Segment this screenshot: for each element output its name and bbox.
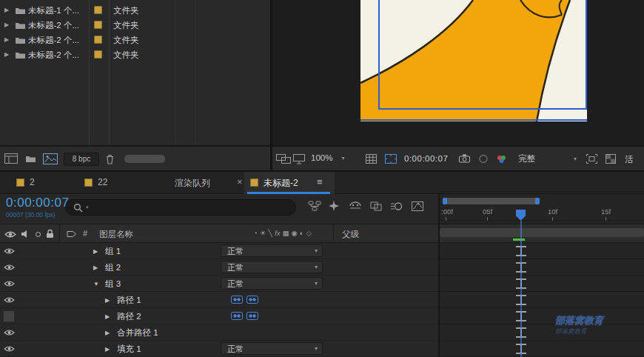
- region-of-interest-icon[interactable]: [586, 154, 597, 166]
- twirl-arrow-icon[interactable]: ▶: [105, 313, 110, 320]
- twirl-arrow-icon[interactable]: ▼: [93, 281, 99, 287]
- tab-close-icon[interactable]: ×: [237, 176, 243, 187]
- timeline-track-row[interactable]: [440, 341, 644, 357]
- motion-blur-column-icon[interactable]: ◉: [291, 229, 297, 237]
- tab-active-comp[interactable]: 未标题-2: [264, 177, 298, 190]
- label-column-icon[interactable]: [67, 230, 77, 241]
- row-name[interactable]: 路径 1: [117, 295, 141, 306]
- viewer-timecode[interactable]: 0:00:00:07: [404, 154, 448, 163]
- timeline-row[interactable]: ▶ 组 2 正常▾: [0, 259, 438, 276]
- row-name[interactable]: 合并路径 1: [117, 327, 158, 338]
- mini-flowchart-icon[interactable]: [308, 201, 321, 213]
- draft-3d-icon[interactable]: [329, 201, 339, 213]
- always-preview-icon[interactable]: [276, 154, 291, 167]
- audio-column-icon[interactable]: [21, 230, 30, 241]
- frame-blend-icon[interactable]: [370, 201, 382, 213]
- layer-name-column-header[interactable]: 图层名称: [99, 229, 133, 240]
- label-color-swatch[interactable]: [94, 6, 102, 14]
- camera-view-dropdown[interactable]: 活: [625, 154, 634, 165]
- tab-comp-2[interactable]: 2: [30, 177, 35, 187]
- zoom-dropdown[interactable]: 100% ▾: [311, 153, 344, 162]
- number-column-header[interactable]: #: [83, 229, 87, 238]
- blend-mode-dropdown[interactable]: 正常▾: [221, 277, 323, 290]
- blend-mode-dropdown[interactable]: 正常▾: [221, 244, 323, 257]
- work-area-end-handle[interactable]: [535, 198, 540, 204]
- expand-arrow-icon[interactable]: ▶: [4, 7, 9, 13]
- row-name[interactable]: 组 3: [105, 278, 121, 290]
- timeline-row[interactable]: ▶ 路径 1: [0, 292, 438, 308]
- panel-divider[interactable]: [270, 0, 272, 172]
- layer-selection-bounds[interactable]: [378, 0, 587, 110]
- timeline-row[interactable]: ▶ 路径 2: [0, 308, 438, 324]
- expand-arrow-icon[interactable]: ▶: [4, 36, 9, 43]
- path-direction-icon[interactable]: [246, 296, 258, 306]
- path-direction-icon[interactable]: [231, 296, 243, 306]
- timeline-track-row[interactable]: [440, 292, 644, 308]
- show-snapshot-icon[interactable]: [478, 154, 489, 166]
- visibility-toggle-icon[interactable]: [3, 278, 15, 290]
- time-navigator[interactable]: [440, 224, 644, 243]
- work-area-start-handle[interactable]: [443, 198, 447, 204]
- twirl-arrow-icon[interactable]: ▶: [93, 248, 98, 255]
- expand-arrow-icon[interactable]: ▶: [4, 51, 9, 58]
- time-ruler[interactable]: :00f 05f 10f 15f: [440, 207, 644, 221]
- lock-column-icon[interactable]: [46, 229, 54, 241]
- visibility-toggle-icon[interactable]: [3, 261, 15, 273]
- motion-blur-icon[interactable]: [391, 201, 403, 213]
- label-color-swatch[interactable]: [94, 21, 102, 29]
- visibility-toggle-icon[interactable]: [3, 245, 15, 257]
- label-color-swatch[interactable]: [94, 50, 102, 59]
- timeline-row[interactable]: ▼ 组 3 正常▾: [0, 276, 438, 292]
- grid-options-icon[interactable]: [366, 154, 377, 166]
- adjustment-layer-icon[interactable]: ◐: [300, 229, 304, 237]
- transparency-grid-icon[interactable]: [606, 154, 616, 166]
- timeline-row[interactable]: ▶ 合并路径 1: [0, 324, 438, 341]
- timeline-row[interactable]: ▶ 填充 1 正常▾: [0, 341, 438, 357]
- timeline-track-row[interactable]: [440, 243, 644, 259]
- time-navigator-thumb[interactable]: [440, 228, 644, 237]
- visibility-toggle-off[interactable]: [3, 310, 15, 322]
- shy-icon[interactable]: ◔: [253, 229, 258, 237]
- project-item-row[interactable]: ▶ 未标题-1 个... 文件夹: [0, 3, 270, 18]
- timeline-track-row[interactable]: [440, 276, 644, 292]
- resolution-dropdown[interactable]: 完整 ▾: [518, 153, 577, 164]
- panel-layout-icon[interactable]: [4, 153, 18, 166]
- timeline-track-row[interactable]: [440, 259, 644, 276]
- row-name[interactable]: 组 1: [105, 246, 121, 257]
- row-name[interactable]: 填充 1: [117, 344, 141, 355]
- composition-viewer[interactable]: [272, 0, 644, 145]
- show-channels-icon[interactable]: [496, 154, 508, 166]
- row-name[interactable]: 路径 2: [117, 311, 141, 322]
- new-folder-icon[interactable]: [25, 155, 36, 165]
- twirl-arrow-icon[interactable]: ▶: [105, 330, 110, 336]
- fx-icon[interactable]: fx: [275, 229, 280, 237]
- path-direction-icon[interactable]: [246, 312, 258, 322]
- trash-icon[interactable]: [106, 154, 114, 167]
- project-item-row[interactable]: ▶ 未标题-2 个... 文件夹: [0, 47, 270, 62]
- twirl-arrow-icon[interactable]: ▶: [105, 346, 110, 353]
- search-input[interactable]: ▾: [65, 199, 296, 216]
- tab-comp-22[interactable]: 22: [98, 177, 107, 187]
- mask-visibility-icon[interactable]: [385, 154, 397, 166]
- path-direction-icon[interactable]: [231, 312, 243, 322]
- timeline-track-row[interactable]: [440, 308, 644, 324]
- row-name[interactable]: 组 2: [105, 262, 121, 273]
- label-color-swatch[interactable]: [94, 36, 102, 44]
- bit-depth-button[interactable]: 8 bpc: [64, 153, 99, 166]
- shy-layers-icon[interactable]: [349, 201, 361, 213]
- tab-render-queue[interactable]: 渲染队列: [175, 177, 210, 190]
- main-viewer-icon[interactable]: [293, 154, 305, 167]
- parent-column-header[interactable]: 父级: [342, 229, 359, 240]
- horizontal-scrollbar[interactable]: [124, 155, 165, 163]
- solo-column-icon[interactable]: [36, 232, 41, 237]
- blend-mode-dropdown[interactable]: 正常▾: [221, 261, 323, 273]
- expand-arrow-icon[interactable]: ▶: [4, 21, 9, 28]
- collapse-icon[interactable]: ☀: [260, 229, 266, 237]
- snapshot-camera-icon[interactable]: [459, 154, 470, 165]
- graph-editor-icon[interactable]: [412, 201, 423, 213]
- threed-layer-icon[interactable]: ◇: [306, 229, 311, 237]
- project-item-row[interactable]: ▶ 未标题-2 个... 文件夹: [0, 18, 270, 33]
- project-item-row[interactable]: ▶ 未标题-2 个... 文件夹: [0, 33, 270, 47]
- quality-icon[interactable]: ╲: [268, 229, 272, 237]
- new-composition-icon[interactable]: [43, 153, 58, 167]
